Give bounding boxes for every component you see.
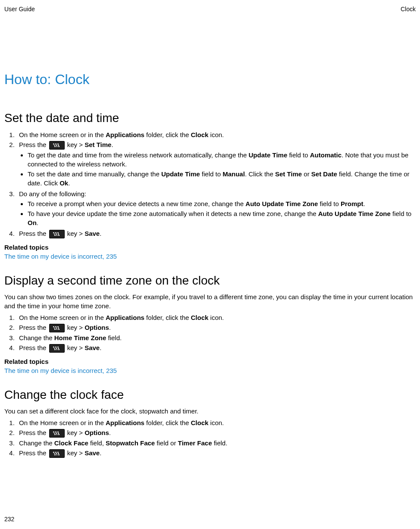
text: Press the xyxy=(19,141,48,148)
text: field or xyxy=(155,439,178,447)
second-tz-steps: On the Home screen or in the Application… xyxy=(4,313,416,353)
text-bold: Clock Face xyxy=(54,439,88,447)
text-bold: Options xyxy=(85,429,109,436)
text: field. xyxy=(106,334,122,341)
text-bold: Manual xyxy=(223,170,245,178)
list-item: Change the Home Time Zone field. xyxy=(16,333,416,342)
list-item: To have your device update the time zone… xyxy=(28,209,416,227)
clock-face-steps: On the Home screen or in the Application… xyxy=(4,418,416,458)
menu-key-icon xyxy=(49,449,65,458)
text: On the Home screen or in the xyxy=(19,314,106,321)
set-date-time-steps: On the Home screen or in the Application… xyxy=(4,130,416,238)
text: Do any of the following: xyxy=(19,190,86,197)
page-header: User Guide Clock xyxy=(4,5,416,14)
text-bold: Clock xyxy=(191,419,209,426)
list-item: Press the key > Options. xyxy=(16,323,416,332)
text-bold: Home Time Zone xyxy=(54,334,107,341)
text: On the Home screen or in the xyxy=(19,131,106,138)
text: field to xyxy=(391,210,411,217)
text: . xyxy=(100,344,101,351)
text: key > xyxy=(66,324,85,331)
text: key > xyxy=(66,449,85,457)
header-left: User Guide xyxy=(4,5,35,14)
text: . xyxy=(109,324,111,331)
header-right: Clock xyxy=(401,5,416,14)
text: To get the date and time from the wirele… xyxy=(28,151,249,159)
page: User Guide Clock How to: Clock Set the d… xyxy=(0,0,420,529)
text: To have your device update the time zone… xyxy=(28,210,318,217)
list-item: To set the date and time manually, chang… xyxy=(28,169,416,188)
text: icon. xyxy=(208,131,224,138)
text-bold: Set Time xyxy=(85,141,111,148)
list-item: Do any of the following: To receive a pr… xyxy=(16,189,416,227)
text: key > xyxy=(66,344,85,351)
text-bold: Stopwatch Face xyxy=(106,439,155,447)
list-item: Press the key > Save. xyxy=(16,343,416,353)
menu-key-icon xyxy=(49,230,65,238)
text-bold: Auto Update Time Zone xyxy=(245,200,318,207)
text-bold: Automatic xyxy=(310,151,342,159)
text: or xyxy=(302,170,311,178)
bullet-list: To get the date and time from the wirele… xyxy=(19,150,416,188)
list-item: Change the Clock Face field, Stopwatch F… xyxy=(16,438,416,448)
text: key > xyxy=(66,230,85,237)
text: icon. xyxy=(208,419,224,426)
list-item: To receive a prompt when your device det… xyxy=(28,199,416,208)
page-number: 232 xyxy=(4,515,14,524)
text: folder, click the xyxy=(144,419,191,426)
text: Change the xyxy=(19,439,54,447)
text-bold: Options xyxy=(85,324,109,331)
text: key > xyxy=(66,141,85,148)
list-item: To get the date and time from the wirele… xyxy=(28,150,416,169)
text-bold: Clock xyxy=(191,314,209,321)
text: . Click the xyxy=(245,170,275,178)
text-bold: Applications xyxy=(106,314,144,321)
text-bold: Auto Update Time Zone xyxy=(318,210,391,217)
section-second-tz-intro: You can show two times zones on the cloc… xyxy=(4,292,416,310)
text-bold: Applications xyxy=(106,419,144,426)
list-item: Press the key > Set Time. To get the dat… xyxy=(16,140,416,188)
text: folder, click the xyxy=(144,131,191,138)
text: Press the xyxy=(19,344,48,351)
text: On the Home screen or in the xyxy=(19,419,106,426)
related-topics-heading: Related topics xyxy=(4,357,416,366)
section-clock-face-intro: You can set a different clock face for t… xyxy=(4,407,416,416)
menu-key-icon xyxy=(49,429,65,438)
related-link[interactable]: The time on my device is incorrect, 235 xyxy=(4,253,117,260)
text-bold: Ok xyxy=(60,179,68,187)
text: . xyxy=(109,429,111,436)
list-item: On the Home screen or in the Application… xyxy=(16,418,416,427)
text: field to xyxy=(318,200,341,207)
bullet-list: To receive a prompt when your device det… xyxy=(19,199,416,227)
text: Press the xyxy=(19,324,48,331)
text-bold: On xyxy=(28,219,37,226)
text-bold: Update Time xyxy=(249,151,288,159)
list-item: On the Home screen or in the Application… xyxy=(16,313,416,322)
text: field to xyxy=(200,170,223,178)
related-topics-heading: Related topics xyxy=(4,243,416,252)
text-bold: Update Time xyxy=(161,170,200,178)
text: field, xyxy=(88,439,106,447)
page-title: How to: Clock xyxy=(4,70,416,89)
text: . xyxy=(100,230,101,237)
text: Press the xyxy=(19,449,48,457)
text-bold: Save xyxy=(85,230,100,237)
text-bold: Set Date xyxy=(311,170,337,178)
section-set-date-time-title: Set the date and time xyxy=(4,110,416,126)
text-bold: Set Time xyxy=(275,170,302,178)
text: key > xyxy=(66,429,85,436)
text: folder, click the xyxy=(144,314,191,321)
menu-key-icon xyxy=(49,344,65,353)
related-link[interactable]: The time on my device is incorrect, 235 xyxy=(4,367,117,374)
text: icon. xyxy=(208,314,224,321)
list-item: Press the key > Options. xyxy=(16,428,416,438)
text: . xyxy=(111,141,113,148)
text-bold: Save xyxy=(85,344,100,351)
section-second-tz-title: Display a second time zone on the clock xyxy=(4,272,416,289)
text-bold: Save xyxy=(85,449,100,457)
text: To receive a prompt when your device det… xyxy=(28,200,245,207)
list-item: On the Home screen or in the Application… xyxy=(16,130,416,139)
text: field. xyxy=(212,439,227,447)
text: . xyxy=(37,219,38,226)
text: . xyxy=(68,179,70,187)
